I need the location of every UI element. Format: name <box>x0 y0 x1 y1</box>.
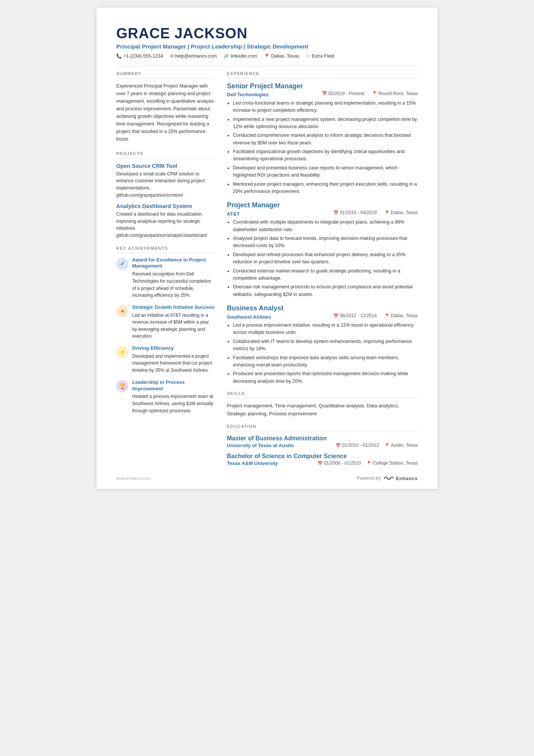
enhancv-logo-icon <box>383 475 393 481</box>
header-divider <box>116 66 418 66</box>
linkedin-contact: 🔗 linkedin.com <box>223 53 257 59</box>
exp-meta-0: 📅 05/2019 - Present 📍 Round Rock, Texas <box>322 91 418 96</box>
exp-company-1: AT&T <box>227 211 240 217</box>
email-icon: ✉ <box>170 53 174 59</box>
footer-brand: Powered by Enhancv <box>357 475 418 481</box>
project-desc-0: Developed a small-scale CRM solution to … <box>116 171 215 199</box>
achievement-item-3: 🏆 Leadership in Process Improvement Head… <box>116 379 215 415</box>
bullet-0-0: Led cross-functional teams in strategic … <box>233 100 418 114</box>
project-title-1: Analytics Dashboard System <box>116 203 215 209</box>
achievement-desc-1: Led an initiative at AT&T resulting in a… <box>132 312 215 340</box>
achievement-title-2: Driving Efficiency <box>132 345 215 352</box>
exp-dates-0: 📅 05/2019 - Present <box>322 91 364 96</box>
edu-calendar-icon-0: 📅 <box>336 443 341 448</box>
phone-contact: 📞 +1-(234)-555-1234 <box>116 53 163 59</box>
achievements-section: KEY ACHIEVEMENTS ✓ Award for Excellence … <box>116 246 215 415</box>
bullet-1-4: Oversaw risk management protocols to ens… <box>233 283 418 298</box>
achievement-icon-1: ★ <box>116 305 128 317</box>
summary-divider <box>116 78 215 78</box>
edu-company-row-1: Texas A&M University 📅 01/2006 - 01/2010… <box>227 460 418 466</box>
bullet-1-2: Developed and refined processes that enh… <box>233 251 418 266</box>
bullet-0-3: Facilitated organizational growth object… <box>233 148 418 163</box>
project-item-1: Analytics Dashboard System Created a das… <box>116 203 215 239</box>
achievement-icon-0: ✓ <box>116 258 128 270</box>
edu-dates-0: 📅 01/2010 - 01/2012 <box>336 443 379 448</box>
contact-row: 📞 +1-(234)-555-1234 ✉ help@enhancv.com 🔗… <box>116 53 418 59</box>
right-column: EXPERIENCE Senior Project Manager Dell T… <box>227 71 418 471</box>
bullet-0-4: Developed and presented business case re… <box>233 164 418 179</box>
experience-item-0: Senior Project Manager Dell Technologies… <box>227 82 418 196</box>
achievement-icon-3: 🏆 <box>116 380 128 392</box>
summary-text: Experienced Principal Project Manager wi… <box>116 82 215 143</box>
header: GRACE JACKSON Principal Project Manager … <box>116 26 418 59</box>
projects-divider <box>116 158 215 158</box>
achievement-item-2: ⚡ Driving Efficiency Developed and imple… <box>116 345 215 374</box>
education-section: EDUCATION Master of Business Administrat… <box>227 424 418 466</box>
linkedin-icon: 🔗 <box>223 53 229 59</box>
exp-company-row-2: Southwest Airlines 📅 06/2012 - 12/2014 📍… <box>227 313 418 321</box>
exp-location-1: 📍 Dallas, Texas <box>384 210 418 215</box>
achievement-item-1: ★ Strategic Growth Initiative Success Le… <box>116 304 215 340</box>
edu-company-row-0: University of Texas at Austin 📅 01/2010 … <box>227 443 418 448</box>
edu-school-0: University of Texas at Austin <box>227 443 294 448</box>
bullet-1-0: Coordinated with multiple departments to… <box>233 219 418 233</box>
experience-item-1: Project Manager AT&T 📅 01/2015 - 04/2019… <box>227 201 418 298</box>
candidate-title: Principal Project Manager | Project Lead… <box>116 43 418 50</box>
edu-calendar-icon-1: 📅 <box>317 461 323 466</box>
left-column: SUMMARY Experienced Principal Project Ma… <box>116 71 215 471</box>
edu-meta-0: 📅 01/2010 - 01/2012 📍 Austin, Texas <box>336 443 418 448</box>
email-contact: ✉ help@enhancv.com <box>170 53 217 59</box>
pin-icon-0: 📍 <box>372 91 377 96</box>
exp-company-row-0: Dell Technologies 📅 05/2019 - Present 📍 … <box>227 91 418 99</box>
summary-section: SUMMARY Experienced Principal Project Ma… <box>116 71 215 143</box>
achievement-desc-0: Received recognition from Dell Technolog… <box>132 271 215 299</box>
exp-company-2: Southwest Airlines <box>227 314 271 320</box>
bullet-2-3: Produced and presented reports that opti… <box>233 370 418 385</box>
experience-label: EXPERIENCE <box>227 71 418 76</box>
education-item-0: Master of Business Administration Univer… <box>227 435 418 448</box>
calendar-icon-1: 📅 <box>333 210 339 215</box>
edu-dates-1: 📅 01/2006 - 01/2010 <box>317 460 361 466</box>
resume-page: GRACE JACKSON Principal Project Manager … <box>97 8 437 489</box>
project-desc-1: Created a dashboard for data visualizati… <box>116 211 215 239</box>
enhancv-brand-name: Enhancv <box>396 476 418 481</box>
exp-bullets-0: Led cross-functional teams in strategic … <box>233 100 418 196</box>
exp-title-1: Project Manager <box>227 201 418 209</box>
edu-meta-1: 📅 01/2006 - 01/2010 📍 College Station, T… <box>317 460 418 466</box>
edu-pin-icon-0: 📍 <box>384 443 390 448</box>
projects-label: PROJECTS <box>116 151 215 156</box>
bullet-2-2: Facilitated workshops that improved data… <box>233 354 418 369</box>
edu-pin-icon-1: 📍 <box>366 461 372 466</box>
exp-title-2: Business Analyst <box>227 304 418 312</box>
experience-item-2: Business Analyst Southwest Airlines 📅 06… <box>227 304 418 385</box>
pin-icon-1: 📍 <box>384 210 390 215</box>
achievement-item-0: ✓ Award for Excellence in Project Manage… <box>116 257 215 299</box>
achievement-title-0: Award for Excellence in Project Manageme… <box>132 257 215 270</box>
main-layout: SUMMARY Experienced Principal Project Ma… <box>116 71 418 471</box>
experience-section: EXPERIENCE Senior Project Manager Dell T… <box>227 71 418 385</box>
star-icon: ☆ <box>306 53 310 59</box>
candidate-name: GRACE JACKSON <box>116 26 418 42</box>
project-title-0: Open Source CRM Tool <box>116 163 215 169</box>
pin-icon-2: 📍 <box>384 313 390 318</box>
calendar-icon-2: 📅 <box>333 313 339 318</box>
edu-location-1: 📍 College Station, Texas <box>366 460 418 466</box>
edu-location-0: 📍 Austin, Texas <box>384 443 418 448</box>
calendar-icon-0: 📅 <box>322 91 327 96</box>
location-icon: 📍 <box>264 53 270 59</box>
summary-label: SUMMARY <box>116 71 215 76</box>
skills-label: SKILLS <box>227 391 418 396</box>
exp-bullets-2: Led a process improvement initiative, re… <box>233 322 418 385</box>
achievements-label: KEY ACHIEVEMENTS <box>116 246 215 250</box>
projects-section: PROJECTS Open Source CRM Tool Developed … <box>116 151 215 239</box>
exp-meta-2: 📅 06/2012 - 12/2014 📍 Dallas, Texas <box>333 313 418 318</box>
edu-school-1: Texas A&M University <box>227 460 278 466</box>
footer-website: www.enhancv.com <box>116 476 151 481</box>
exp-title-0: Senior Project Manager <box>227 82 418 90</box>
skills-text: Project management, Time management, Qua… <box>227 402 418 418</box>
education-label: EDUCATION <box>227 424 418 429</box>
location-contact: 📍 Dallas, Texas <box>264 53 299 59</box>
achievement-desc-2: Developed and implemented a project mana… <box>132 353 215 374</box>
education-divider <box>227 431 418 431</box>
bullet-2-0: Led a process improvement initiative, re… <box>233 322 418 337</box>
